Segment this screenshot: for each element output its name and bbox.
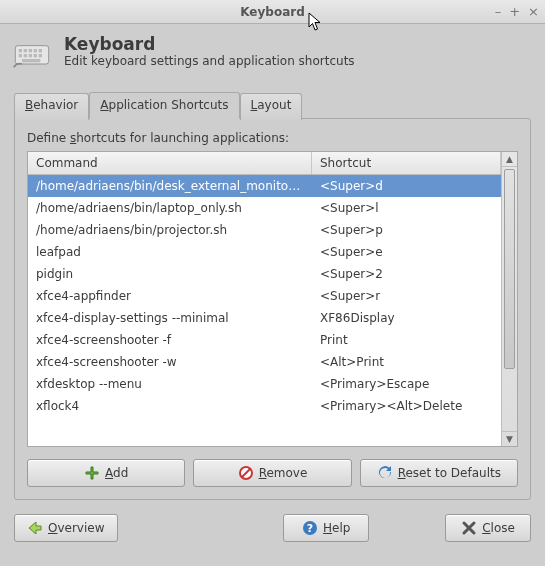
table-row[interactable]: xfce4-screenshooter -fPrint [28, 329, 501, 351]
refresh-icon [377, 465, 393, 481]
table-row[interactable]: xflock4<Primary><Alt>Delete [28, 395, 501, 417]
cell-command: leafpad [28, 245, 312, 259]
cell-command: xfce4-screenshooter -f [28, 333, 312, 347]
cell-shortcut: <Super>e [312, 245, 501, 259]
cell-command: pidgin [28, 267, 312, 281]
cell-shortcut: Print [312, 333, 501, 347]
table-row[interactable]: xfce4-screenshooter -w<Alt>Print [28, 351, 501, 373]
scroll-up-icon[interactable]: ▲ [502, 152, 517, 167]
table-row[interactable]: /home/adriaens/bin/projector.sh<Super>p [28, 219, 501, 241]
cell-shortcut: <Super>r [312, 289, 501, 303]
table-row[interactable]: pidgin<Super>2 [28, 263, 501, 285]
scrollbar-thumb[interactable] [504, 169, 515, 369]
minimize-icon[interactable]: – [495, 4, 502, 19]
window-title: Keyboard [240, 5, 305, 19]
close-icon [461, 520, 477, 536]
table-row[interactable]: xfce4-appfinder<Super>r [28, 285, 501, 307]
plus-icon [84, 465, 100, 481]
svg-rect-4 [34, 49, 37, 52]
cell-shortcut: <Alt>Print [312, 355, 501, 369]
tab-bar: Behavior Application Shortcuts Layout [14, 92, 531, 119]
svg-rect-3 [29, 49, 32, 52]
table-row[interactable]: leafpad<Super>e [28, 241, 501, 263]
cell-shortcut: <Super>p [312, 223, 501, 237]
table-row[interactable]: xfdesktop --menu<Primary>Escape [28, 373, 501, 395]
table-row[interactable]: /home/adriaens/bin/laptop_only.sh<Super>… [28, 197, 501, 219]
column-shortcut[interactable]: Shortcut [312, 152, 501, 174]
svg-text:?: ? [307, 522, 313, 535]
close-button[interactable]: Close [445, 514, 531, 542]
tab-panel: Define shortcuts for launching applicati… [14, 118, 531, 500]
close-window-icon[interactable]: × [528, 4, 539, 19]
instruction-label: Define shortcuts for launching applicati… [27, 131, 518, 145]
tab-application-shortcuts[interactable]: Application Shortcuts [89, 92, 239, 119]
svg-rect-7 [24, 54, 27, 57]
svg-rect-5 [39, 49, 42, 52]
cell-command: xfce4-display-settings --minimal [28, 311, 312, 325]
reset-defaults-button[interactable]: Reset to Defaults [360, 459, 518, 487]
svg-rect-9 [34, 54, 37, 57]
remove-button[interactable]: Remove [193, 459, 351, 487]
cell-command: /home/adriaens/bin/projector.sh [28, 223, 312, 237]
table-row[interactable]: /home/adriaens/bin/desk_external_monitor… [28, 175, 501, 197]
help-icon: ? [302, 520, 318, 536]
column-command[interactable]: Command [28, 152, 312, 174]
help-button[interactable]: ? Help [283, 514, 369, 542]
shortcuts-table: Command Shortcut /home/adriaens/bin/desk… [27, 151, 518, 447]
table-row[interactable]: xfce4-display-settings --minimalXF86Disp… [28, 307, 501, 329]
tab-behavior[interactable]: Behavior [14, 93, 89, 120]
add-button[interactable]: Add [27, 459, 185, 487]
forbidden-icon [238, 465, 254, 481]
cell-shortcut: <Super>l [312, 201, 501, 215]
cell-shortcut: <Primary>Escape [312, 377, 501, 391]
overview-button[interactable]: Overview [14, 514, 118, 542]
cell-command: xflock4 [28, 399, 312, 413]
cell-shortcut: <Super>d [312, 179, 501, 193]
cell-command: xfce4-appfinder [28, 289, 312, 303]
cell-command: xfdesktop --menu [28, 377, 312, 391]
svg-rect-6 [19, 54, 22, 57]
scrollbar[interactable]: ▲ ▼ [501, 152, 517, 446]
svg-rect-1 [19, 49, 22, 52]
svg-rect-10 [39, 54, 42, 57]
scroll-down-icon[interactable]: ▼ [502, 431, 517, 446]
cell-shortcut: XF86Display [312, 311, 501, 325]
cell-command: xfce4-screenshooter -w [28, 355, 312, 369]
tab-layout[interactable]: Layout [240, 93, 303, 120]
maximize-icon[interactable]: + [509, 4, 520, 19]
cell-command: /home/adriaens/bin/desk_external_monitor… [28, 179, 312, 193]
cell-command: /home/adriaens/bin/laptop_only.sh [28, 201, 312, 215]
svg-rect-2 [24, 49, 27, 52]
page-subtitle: Edit keyboard settings and application s… [64, 54, 355, 68]
header: Keyboard Edit keyboard settings and appl… [0, 24, 545, 82]
page-title: Keyboard [64, 34, 355, 54]
svg-rect-8 [29, 54, 32, 57]
back-arrow-icon [27, 520, 43, 536]
titlebar: Keyboard – + × [0, 0, 545, 24]
keyboard-icon [12, 34, 52, 74]
cell-shortcut: <Primary><Alt>Delete [312, 399, 501, 413]
svg-rect-11 [22, 59, 40, 62]
cell-shortcut: <Super>2 [312, 267, 501, 281]
